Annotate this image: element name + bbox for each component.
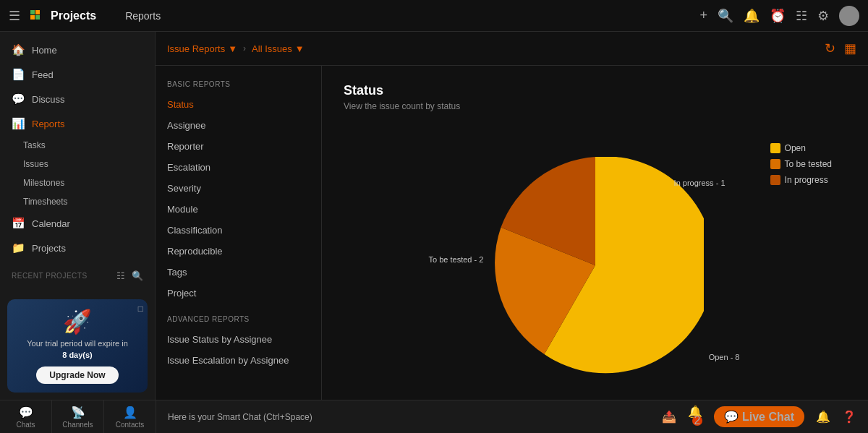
- breadcrumb-label-issue-reports: Issue Reports: [167, 43, 225, 54]
- legend-dot-in-progress: [770, 175, 780, 185]
- sidebar-item-calendar[interactable]: 📅 Calendar: [0, 211, 155, 236]
- report-item-assignee[interactable]: Assignee: [156, 115, 321, 136]
- channels-label: Channels: [62, 421, 93, 429]
- chats-icon: 💬: [19, 406, 33, 419]
- filter-icon[interactable]: ☷: [116, 270, 126, 281]
- chart-label-in-progress: In progress - 1: [674, 179, 726, 187]
- report-item-issue-status-assignee[interactable]: Issue Status by Assignee: [156, 329, 321, 350]
- sidebar-bottom: □ 🚀 Your trial period will expire in 8 d…: [0, 292, 155, 400]
- reports-right-panel: Status View the issue count by status: [322, 66, 868, 400]
- report-item-reproducible[interactable]: Reproducible: [156, 241, 321, 262]
- app-title: Projects: [51, 9, 96, 22]
- hamburger-icon[interactable]: ☰: [9, 8, 20, 24]
- filter-breadcrumb-icon[interactable]: ▦: [844, 40, 856, 56]
- upgrade-button[interactable]: Upgrade Now: [36, 366, 118, 384]
- pie-chart: [487, 157, 704, 374]
- live-chat-button[interactable]: 💬 Live Chat: [714, 406, 804, 427]
- report-item-issue-escalation-assignee[interactable]: Issue Escalation by Assignee: [156, 350, 321, 371]
- chart-area: In progress - 1 To be tested - 2 Open - …: [344, 129, 846, 400]
- refresh-icon[interactable]: ↻: [825, 40, 835, 56]
- bottom-bar: 💬 Chats 📡 Channels 👤 Contacts Here is yo…: [0, 400, 868, 433]
- breadcrumb-all-issues[interactable]: All Issues ▼: [252, 43, 305, 54]
- pie-chart-container: In progress - 1 To be tested - 2 Open - …: [487, 157, 704, 376]
- bell-icon[interactable]: 🔔: [744, 8, 760, 24]
- grid-icon[interactable]: ☷: [796, 8, 807, 24]
- chart-legend: Open To be tested In progress: [770, 143, 832, 185]
- breadcrumb-label-all-issues: All Issues: [252, 43, 292, 54]
- search-icon[interactable]: 🔍: [718, 8, 733, 24]
- report-item-reporter[interactable]: Reporter: [156, 136, 321, 157]
- sidebar-item-milestones[interactable]: Milestones: [0, 173, 155, 192]
- sidebar-label-projects: Projects: [32, 243, 66, 254]
- close-trial-icon[interactable]: □: [138, 304, 143, 314]
- home-icon: 🏠: [12, 43, 25, 56]
- sidebar-label-calendar: Calendar: [32, 218, 70, 229]
- sidebar-item-projects[interactable]: 📁 Projects: [0, 236, 155, 260]
- bottom-tab-chats[interactable]: 💬 Chats: [0, 400, 52, 433]
- chats-label: Chats: [16, 421, 35, 429]
- basic-reports-label: BASIC REPORTS: [156, 77, 321, 94]
- sidebar-label-discuss: Discuss: [32, 94, 65, 105]
- legend-dot-to-be-tested: [770, 159, 780, 169]
- recent-projects-header: Recent Projects ☷ 🔍: [0, 266, 155, 286]
- sidebar-item-reports[interactable]: 📊 Reports: [0, 111, 155, 136]
- report-item-classification[interactable]: Classification: [156, 220, 321, 241]
- contacts-icon: 👤: [123, 406, 137, 419]
- bottom-right-actions: 📤 🔔 2 💬 Live Chat 🔔 ❓: [662, 405, 868, 429]
- legend-item-to-be-tested: To be tested: [770, 159, 832, 169]
- sidebar-nav: 🏠 Home 📄 Feed 💬 Discuss 📊 Reports Tasks …: [0, 32, 155, 266]
- breadcrumb-dropdown-icon[interactable]: ▼: [228, 43, 237, 54]
- feed-icon: 📄: [12, 68, 25, 81]
- report-item-tags[interactable]: Tags: [156, 262, 321, 283]
- rocket-icon: 🚀: [16, 308, 139, 335]
- settings-icon[interactable]: ⚙: [817, 8, 829, 24]
- sidebar-label-home: Home: [32, 45, 57, 56]
- sidebar-label-reports: Reports: [32, 119, 65, 129]
- bottom-notification-icon[interactable]: 🔔 2: [688, 405, 702, 429]
- reports-body: BASIC REPORTS Status Assignee Reporter E…: [156, 66, 868, 400]
- bottom-tab-contacts[interactable]: 👤 Contacts: [104, 400, 156, 433]
- search-recent-icon[interactable]: 🔍: [132, 270, 144, 281]
- avatar[interactable]: [839, 6, 859, 26]
- page-title: Reports: [103, 10, 692, 22]
- trial-card: □ 🚀 Your trial period will expire in 8 d…: [7, 299, 148, 393]
- sidebar-item-feed[interactable]: 📄 Feed: [0, 62, 155, 87]
- main-layout: 🏠 Home 📄 Feed 💬 Discuss 📊 Reports Tasks …: [0, 32, 868, 400]
- reports-icon: 📊: [12, 117, 25, 130]
- help-icon[interactable]: ❓: [842, 410, 856, 424]
- breadcrumb-all-issues-dropdown-icon[interactable]: ▼: [295, 43, 305, 54]
- recent-actions: ☷ 🔍: [116, 270, 143, 281]
- channels-icon: 📡: [71, 406, 85, 419]
- sidebar-item-home[interactable]: 🏠 Home: [0, 38, 155, 62]
- bottom-tab-channels[interactable]: 📡 Channels: [52, 400, 104, 433]
- contacts-label: Contacts: [116, 421, 144, 429]
- report-view-title: Status: [344, 83, 846, 98]
- add-icon[interactable]: +: [699, 8, 707, 23]
- notification-badge: 2: [692, 416, 702, 426]
- clock-icon[interactable]: ⏰: [770, 8, 786, 24]
- chart-label-open: Open - 8: [709, 353, 740, 361]
- bell-notification-icon[interactable]: 🔔: [816, 410, 830, 424]
- report-item-severity[interactable]: Severity: [156, 178, 321, 199]
- sidebar-item-timesheets[interactable]: Timesheets: [0, 192, 155, 211]
- report-item-escalation[interactable]: Escalation: [156, 157, 321, 178]
- sidebar-item-issues[interactable]: Issues: [0, 155, 155, 173]
- smart-chat-placeholder[interactable]: Here is your Smart Chat (Ctrl+Space): [156, 412, 662, 422]
- top-bar: ☰ Projects Reports + 🔍 🔔 ⏰ ☷ ⚙: [0, 0, 868, 32]
- projects-icon: 📁: [12, 241, 25, 254]
- live-chat-label: Live Chat: [742, 411, 794, 424]
- bottom-tabs: 💬 Chats 📡 Channels 👤 Contacts: [0, 400, 156, 433]
- legend-label-in-progress: In progress: [785, 175, 828, 185]
- sidebar-subnav: Tasks Issues Milestones Timesheets: [0, 136, 155, 211]
- sidebar-item-tasks[interactable]: Tasks: [0, 136, 155, 155]
- breadcrumb-issue-reports[interactable]: Issue Reports ▼: [167, 43, 237, 54]
- sidebar-item-discuss[interactable]: 💬 Discuss: [0, 87, 155, 111]
- bottom-compose-icon[interactable]: 📤: [662, 410, 676, 424]
- sidebar: 🏠 Home 📄 Feed 💬 Discuss 📊 Reports Tasks …: [0, 32, 156, 400]
- live-chat-icon: 💬: [724, 410, 739, 424]
- legend-item-open: Open: [770, 143, 832, 153]
- report-item-module[interactable]: Module: [156, 199, 321, 220]
- report-item-project[interactable]: Project: [156, 283, 321, 304]
- chart-label-to-be-tested: To be tested - 2: [429, 255, 484, 264]
- report-item-status[interactable]: Status: [156, 94, 321, 115]
